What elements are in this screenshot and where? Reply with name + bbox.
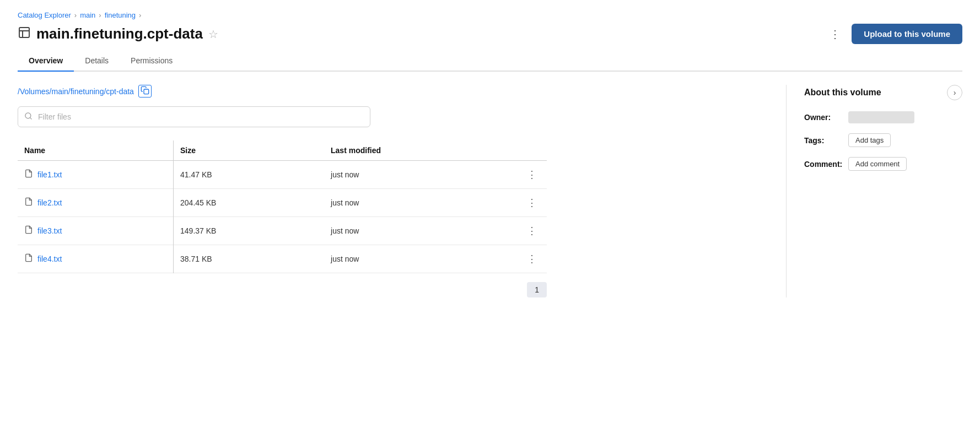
file-size: 41.47 KB (174, 161, 325, 189)
page-title: main.finetuning.cpt-data (36, 25, 203, 42)
search-icon (24, 112, 33, 122)
owner-value (848, 111, 914, 123)
left-panel: /Volumes/main/finetuning/cpt-data (18, 85, 786, 297)
file-size: 38.71 KB (174, 245, 325, 273)
add-tags-button[interactable]: Add tags (848, 133, 891, 147)
more-options-button[interactable]: ⋮ (825, 25, 845, 43)
row-more-button[interactable]: ⋮ (524, 252, 540, 266)
file-name[interactable]: file2.txt (37, 198, 62, 207)
right-panel: About this volume › Owner: Tags: Add tag… (786, 85, 962, 297)
main-content: /Volumes/main/finetuning/cpt-data (18, 85, 962, 297)
col-name: Name (18, 140, 174, 161)
file-icon (24, 169, 33, 181)
breadcrumb-catalog-explorer[interactable]: Catalog Explorer (18, 11, 71, 19)
comment-label: Comment: (804, 160, 843, 169)
breadcrumb-finetuning[interactable]: finetuning (105, 11, 136, 19)
about-header: About this volume › (804, 85, 962, 100)
tags-label: Tags: (804, 136, 843, 145)
breadcrumb-main[interactable]: main (80, 11, 95, 19)
tags-row: Tags: Add tags (804, 133, 962, 147)
file-modified: just now (324, 245, 517, 273)
tab-details[interactable]: Details (74, 51, 120, 72)
copy-path-icon[interactable] (138, 85, 152, 98)
file-icon (24, 197, 33, 209)
tab-permissions[interactable]: Permissions (120, 51, 184, 72)
expand-button[interactable]: › (947, 85, 962, 100)
star-icon[interactable]: ☆ (208, 28, 218, 41)
tabs: Overview Details Permissions (18, 51, 962, 72)
about-title: About this volume (804, 88, 881, 98)
file-name[interactable]: file1.txt (37, 170, 62, 179)
volume-icon (18, 26, 31, 42)
file-icon (24, 225, 33, 237)
file-modified: just now (324, 189, 517, 217)
add-comment-button[interactable]: Add comment (848, 157, 907, 171)
row-more-button[interactable]: ⋮ (524, 196, 540, 210)
filter-input-wrap (18, 106, 370, 127)
table-row: file1.txt 41.47 KB just now ⋮ (18, 161, 547, 189)
table-row: file2.txt 204.45 KB just now ⋮ (18, 189, 547, 217)
volume-path[interactable]: /Volumes/main/finetuning/cpt-data (18, 87, 134, 96)
file-size: 149.37 KB (174, 217, 325, 245)
table-row: file3.txt 149.37 KB just now ⋮ (18, 217, 547, 245)
svg-rect-0 (19, 28, 29, 37)
file-icon (24, 253, 33, 265)
filter-input[interactable] (18, 106, 370, 127)
col-size: Size (174, 140, 325, 161)
tab-overview[interactable]: Overview (18, 51, 74, 72)
title-row: main.finetuning.cpt-data ☆ ⋮ Upload to t… (18, 24, 962, 44)
file-name[interactable]: file4.txt (37, 255, 62, 263)
comment-row: Comment: Add comment (804, 157, 962, 171)
svg-line-3 (30, 117, 31, 119)
breadcrumb: Catalog Explorer › main › finetuning › (18, 11, 962, 19)
file-modified: just now (324, 161, 517, 189)
file-name[interactable]: file3.txt (37, 226, 62, 235)
path-row: /Volumes/main/finetuning/cpt-data (18, 85, 768, 98)
row-more-button[interactable]: ⋮ (524, 167, 540, 182)
file-table: Name Size Last modified (18, 140, 547, 273)
file-size: 204.45 KB (174, 189, 325, 217)
file-modified: just now (324, 217, 517, 245)
row-more-button[interactable]: ⋮ (524, 224, 540, 238)
page-1-button[interactable]: 1 (527, 282, 547, 297)
col-modified: Last modified (324, 140, 517, 161)
owner-label: Owner: (804, 113, 843, 122)
owner-row: Owner: (804, 111, 962, 123)
pagination: 1 (18, 282, 547, 297)
table-row: file4.txt 38.71 KB just now ⋮ (18, 245, 547, 273)
svg-rect-1 (144, 89, 149, 94)
upload-button[interactable]: Upload to this volume (852, 24, 962, 44)
